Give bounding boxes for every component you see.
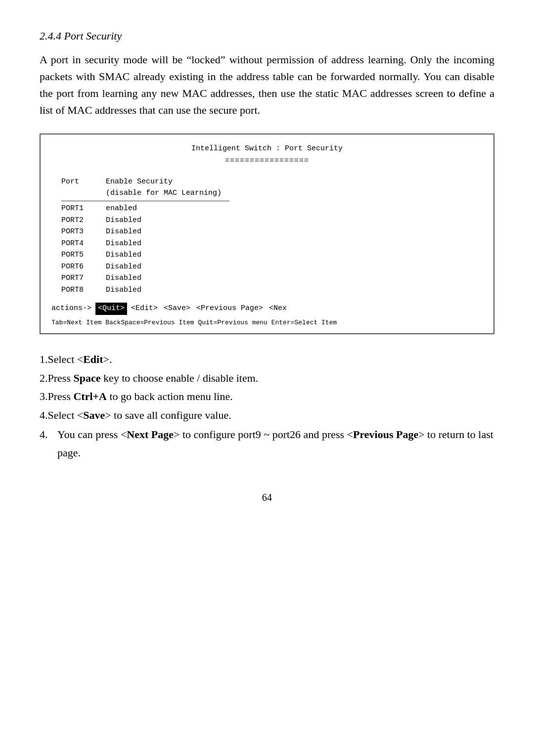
col-port-header: Port [61, 177, 106, 199]
terminal-table: Port Enable Security (disable for MAC Le… [61, 177, 483, 296]
section-heading: 2.4.4 Port Security [40, 30, 494, 43]
table-row: PORT4Disabled [61, 238, 483, 250]
port-name: PORT5 [61, 250, 106, 261]
table-separator [61, 201, 229, 201]
terminal-underline: ================= [51, 156, 483, 167]
prev-page-bold: Previous Page [353, 428, 418, 441]
next-action[interactable]: <Nex [269, 303, 287, 314]
port-name: PORT8 [61, 285, 106, 296]
save-bold: Save [83, 409, 105, 421]
instr-4b-num: 4. [40, 425, 57, 462]
instructions-section: 1.Select <Edit>. 2.Press Space key to ch… [40, 350, 494, 462]
port-status: Disabled [106, 226, 234, 238]
instruction-4b: 4. You can press <Next Page> to configur… [40, 425, 494, 462]
terminal-box: Intelligent Switch : Port Security =====… [40, 133, 494, 334]
port-name: PORT3 [61, 226, 106, 238]
prev-page-action[interactable]: <Previous Page> [196, 303, 263, 314]
port-status: Disabled [106, 238, 234, 250]
table-row: PORT6Disabled [61, 262, 483, 273]
page-number: 64 [40, 492, 494, 503]
instruction-4a: 4.Select <Save> to save all configure va… [40, 406, 494, 424]
instruction-2: 2.Press Space key to choose enable / dis… [40, 369, 494, 387]
instruction-1: 1.Select <Edit>. [40, 350, 494, 368]
port-status: Disabled [106, 285, 234, 296]
save-action[interactable]: <Save> [164, 303, 190, 314]
space-bold: Space [73, 372, 100, 384]
actions-line: actions-> <Quit> <Edit> <Save> <Previous… [51, 303, 483, 315]
port-rows-container: PORT1enabledPORT2DisabledPORT3DisabledPO… [61, 203, 483, 296]
port-status: Disabled [106, 215, 234, 226]
table-row: PORT1enabled [61, 203, 483, 215]
table-header: Port Enable Security (disable for MAC Le… [61, 177, 483, 199]
table-row: PORT2Disabled [61, 215, 483, 226]
instruction-3: 3.Press Ctrl+A to go back action menu li… [40, 387, 494, 405]
port-name: PORT7 [61, 273, 106, 284]
table-row: PORT7Disabled [61, 273, 483, 284]
port-status: Disabled [106, 262, 234, 273]
col-security-header: Enable Security (disable for MAC Learnin… [106, 177, 234, 199]
port-name: PORT1 [61, 203, 106, 215]
table-row: PORT3Disabled [61, 226, 483, 238]
actions-label: actions-> [51, 303, 91, 314]
port-name: PORT6 [61, 262, 106, 273]
next-page-bold: Next Page [127, 428, 174, 441]
terminal-title: Intelligent Switch : Port Security [51, 143, 483, 155]
port-status: Disabled [106, 273, 234, 284]
body-paragraph: A port in security mode will be “locked”… [40, 51, 494, 119]
help-line: Tab=Next Item BackSpace=Previous Item Qu… [51, 318, 483, 328]
edit-action[interactable]: <Edit> [131, 303, 158, 314]
edit-bold: Edit [83, 353, 103, 365]
instr-4b-text: You can press <Next Page> to configure p… [57, 425, 494, 462]
table-row: PORT5Disabled [61, 250, 483, 261]
port-name: PORT4 [61, 238, 106, 250]
port-name: PORT2 [61, 215, 106, 226]
quit-button[interactable]: <Quit> [95, 303, 127, 315]
ctrla-bold: Ctrl+A [73, 390, 107, 402]
table-row: PORT8Disabled [61, 285, 483, 296]
port-status: Disabled [106, 250, 234, 261]
port-status: enabled [106, 203, 234, 215]
